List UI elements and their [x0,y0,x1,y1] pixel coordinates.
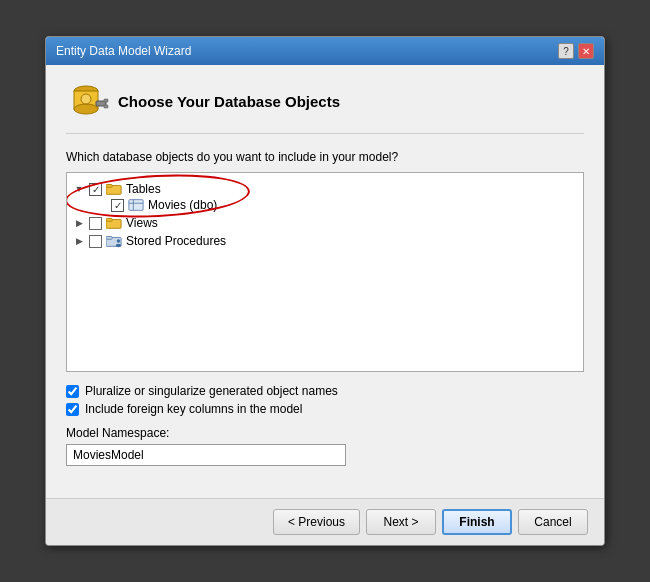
help-button[interactable]: ? [558,43,574,59]
expand-icon-tables[interactable]: ▼ [73,183,85,195]
close-button[interactable]: ✕ [578,43,594,59]
svg-rect-15 [106,237,112,240]
namespace-section: Model Namespace: [66,426,584,466]
svg-point-2 [74,104,98,114]
tree-item-movies[interactable]: Movies (dbo) [95,197,217,213]
tree-annotation: ▼ Tables [73,181,217,213]
option-pluralize[interactable]: Pluralize or singularize generated objec… [66,384,584,398]
cancel-button[interactable]: Cancel [518,509,588,535]
header-section: Choose Your Database Objects [66,81,584,134]
page-title: Choose Your Database Objects [118,93,340,110]
folder-icon-views [106,216,122,230]
svg-rect-9 [129,200,143,211]
checkbox-tables[interactable] [89,183,102,196]
svg-point-17 [116,244,121,248]
checkbox-foreignkey[interactable] [66,403,79,416]
tree-item-stored-procedures[interactable]: ▶ Stored Procedures [73,233,577,249]
option-foreignkey-label: Include foreign key columns in the model [85,402,302,416]
svg-rect-5 [104,105,108,108]
option-foreignkey[interactable]: Include foreign key columns in the model [66,402,584,416]
tree-item-views[interactable]: ▶ Views [73,215,577,231]
checkbox-movies[interactable] [111,199,124,212]
question-label: Which database objects do you want to in… [66,150,584,164]
table-icon-movies [128,198,144,212]
tree-label-views: Views [126,216,158,230]
svg-rect-8 [106,185,112,188]
tree-label-movies: Movies (dbo) [148,198,217,212]
options-section: Pluralize or singularize generated objec… [66,384,584,416]
next-button[interactable]: Next > [366,509,436,535]
expand-icon-movies [95,199,107,211]
expand-icon-stored[interactable]: ▶ [73,235,85,247]
tree-view[interactable]: ▼ Tables [66,172,584,372]
wizard-content: Choose Your Database Objects Which datab… [46,65,604,498]
previous-button[interactable]: < Previous [273,509,360,535]
tree-label-tables: Tables [126,182,161,196]
title-bar: Entity Data Model Wizard ? ✕ [46,37,604,65]
finish-button[interactable]: Finish [442,509,512,535]
wizard-footer: < Previous Next > Finish Cancel [46,498,604,545]
tree-label-stored: Stored Procedures [126,234,226,248]
svg-rect-13 [106,219,112,222]
expand-icon-views[interactable]: ▶ [73,217,85,229]
checkbox-views[interactable] [89,217,102,230]
folder-icon-tables [106,182,122,196]
window-title: Entity Data Model Wizard [56,44,191,58]
svg-point-6 [81,94,91,104]
svg-point-16 [117,239,121,243]
namespace-label: Model Namespace: [66,426,584,440]
checkbox-pluralize[interactable] [66,385,79,398]
title-controls: ? ✕ [558,43,594,59]
namespace-input[interactable] [66,444,346,466]
option-pluralize-label: Pluralize or singularize generated objec… [85,384,338,398]
svg-rect-4 [104,99,108,102]
checkbox-stored[interactable] [89,235,102,248]
wizard-window: Entity Data Model Wizard ? ✕ [45,36,605,546]
folder-icon-stored [106,234,122,248]
database-icon [66,81,106,121]
tree-item-tables[interactable]: ▼ Tables [73,181,217,197]
title-bar-left: Entity Data Model Wizard [56,44,191,58]
